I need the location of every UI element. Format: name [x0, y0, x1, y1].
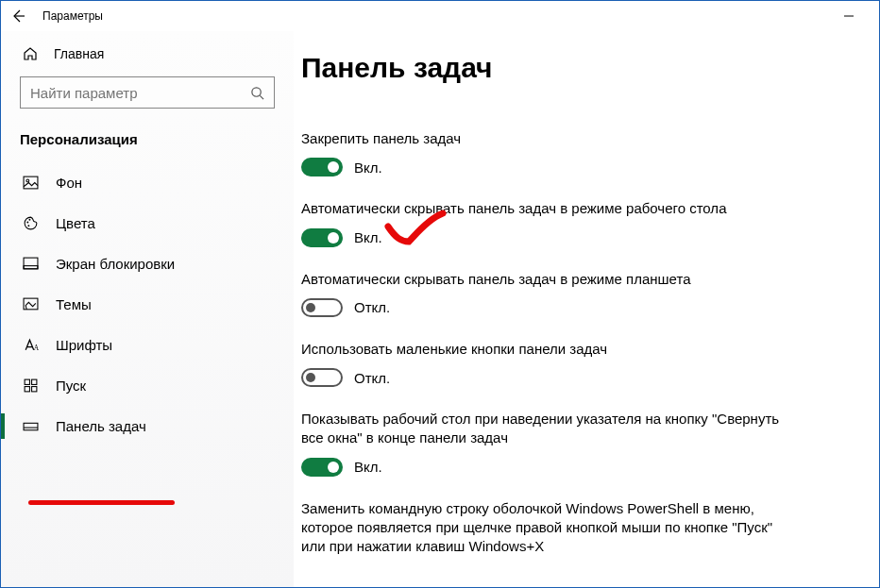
toggle-autohide-tablet[interactable]	[301, 298, 343, 317]
setting-powershell: Заменить командную строку оболочкой Wind…	[301, 499, 792, 557]
setting-autohide-desktop: Автоматически скрывать панель задач в ре…	[301, 199, 792, 246]
setting-lock-taskbar: Закрепить панель задач Вкл.	[301, 129, 792, 176]
setting-label: Автоматически скрывать панель задач в ре…	[301, 199, 792, 218]
sidebar-item-lockscreen[interactable]: Экран блокировки	[1, 244, 294, 284]
svg-rect-15	[31, 387, 36, 392]
svg-rect-12	[25, 379, 29, 384]
page-title: Панель задач	[301, 52, 841, 84]
setting-autohide-tablet: Автоматически скрывать панель задач в ре…	[301, 270, 792, 317]
toggle-small-buttons[interactable]	[301, 368, 343, 387]
toggle-lock-taskbar[interactable]	[301, 158, 343, 176]
search-icon	[250, 86, 264, 100]
sidebar-item-label: Цвета	[56, 215, 95, 231]
toggle-state: Вкл.	[354, 229, 382, 245]
svg-point-1	[252, 87, 261, 95]
svg-rect-8	[24, 258, 38, 269]
minimize-button[interactable]	[827, 2, 870, 30]
toggle-state: Вкл.	[354, 160, 382, 176]
setting-label: Автоматически скрывать панель задач в ре…	[301, 270, 792, 289]
search-input[interactable]	[30, 85, 250, 101]
toggle-state: Откл.	[354, 299, 390, 315]
toggle-autohide-desktop[interactable]	[301, 228, 343, 247]
svg-line-2	[260, 95, 263, 99]
svg-point-4	[25, 179, 28, 182]
image-icon	[22, 175, 39, 191]
svg-rect-3	[24, 176, 38, 189]
start-icon	[22, 378, 39, 394]
category-title: Персонализация	[1, 126, 294, 162]
toggle-state: Откл.	[354, 370, 390, 386]
home-label: Главная	[54, 46, 104, 61]
setting-peek-desktop: Показывать рабочий стол при наведении ук…	[301, 410, 792, 477]
annotation-underline	[28, 500, 175, 505]
sidebar-item-label: Панель задач	[56, 418, 146, 434]
svg-text:A: A	[33, 344, 38, 352]
sidebar-item-label: Пуск	[56, 378, 86, 394]
svg-rect-16	[24, 423, 38, 429]
svg-point-6	[28, 219, 30, 221]
search-box[interactable]	[20, 76, 275, 109]
sidebar-item-label: Фон	[56, 175, 82, 191]
setting-label: Закрепить панель задач	[301, 129, 792, 148]
sidebar-item-colors[interactable]: Цвета	[1, 203, 294, 244]
setting-small-buttons: Использовать маленькие кнопки панели зад…	[301, 340, 792, 387]
sidebar-item-label: Шрифты	[56, 337, 112, 353]
toggle-state: Вкл.	[354, 459, 382, 475]
setting-label: Заменить командную строку оболочкой Wind…	[301, 499, 792, 557]
sidebar-item-label: Экран блокировки	[56, 256, 175, 272]
app-title: Параметры	[42, 9, 103, 23]
back-button[interactable]	[10, 8, 39, 24]
sidebar-item-label: Темы	[56, 296, 92, 312]
svg-point-7	[27, 225, 29, 227]
svg-point-5	[26, 221, 28, 223]
lockscreen-icon	[22, 256, 39, 272]
setting-label: Использовать маленькие кнопки панели зад…	[301, 340, 792, 359]
home-icon	[22, 46, 39, 61]
themes-icon	[22, 296, 39, 312]
window-controls	[827, 2, 870, 30]
svg-rect-13	[31, 379, 36, 384]
home-nav[interactable]: Главная	[1, 37, 294, 73]
titlebar: Параметры	[1, 1, 879, 31]
taskbar-icon	[22, 418, 39, 434]
sidebar-item-themes[interactable]: Темы	[1, 284, 294, 325]
toggle-peek-desktop[interactable]	[301, 458, 343, 477]
fonts-icon: A	[22, 337, 39, 353]
main-content: Панель задач Закрепить панель задач Вкл.…	[294, 31, 879, 587]
sidebar-item-background[interactable]: Фон	[1, 162, 294, 203]
sidebar-item-start[interactable]: Пуск	[1, 365, 294, 406]
sidebar: Главная Персонализация Фон Цвета Э	[1, 31, 294, 587]
setting-label: Показывать рабочий стол при наведении ук…	[301, 410, 792, 448]
svg-rect-14	[25, 387, 29, 392]
sidebar-item-taskbar[interactable]: Панель задач	[1, 406, 294, 446]
sidebar-item-fonts[interactable]: A Шрифты	[1, 325, 294, 365]
palette-icon	[22, 215, 39, 231]
svg-rect-9	[24, 266, 38, 269]
